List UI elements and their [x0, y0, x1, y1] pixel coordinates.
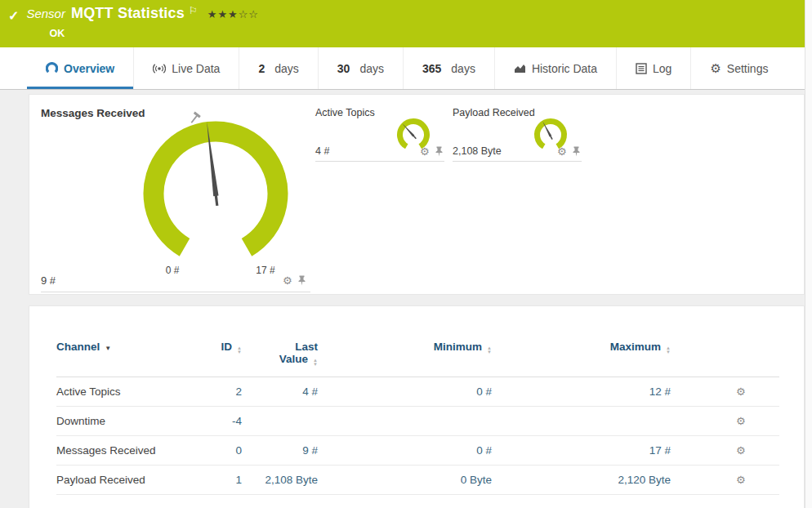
payload-received-value: 2,108 Byte: [453, 145, 502, 157]
scrollbar-track[interactable]: [805, 0, 812, 508]
active-topics-actions: ⚙: [420, 146, 443, 157]
channel-settings-gear-icon[interactable]: ⚙: [736, 415, 746, 427]
cell-id: -4: [187, 407, 242, 436]
cell-maximum: 17 #: [492, 436, 671, 466]
object-kind-label: Sensor: [26, 7, 65, 20]
cell-id: 0: [187, 436, 242, 466]
column-header-actions: [671, 329, 779, 377]
cell-minimum: 0 Byte: [318, 466, 492, 495]
log-list-icon: [636, 63, 647, 74]
cell-maximum: [492, 407, 671, 436]
primary-gauge-actions: ⚙: [283, 275, 306, 286]
tab-label: Settings: [727, 62, 769, 75]
sort-icon: ▲▼: [313, 359, 318, 367]
cell-channel: Payload Received: [56, 466, 187, 495]
gauge-scale-max: 17 #: [245, 265, 286, 276]
tab-2-days[interactable]: 2 days: [239, 47, 317, 89]
column-header-minimum[interactable]: Minimum▲▼: [318, 329, 492, 377]
overview-gauge-icon: [46, 62, 58, 74]
column-header-maximum[interactable]: Maximum▲▼: [492, 329, 671, 377]
column-header-last-value[interactable]: Last Value▲▼: [242, 329, 318, 377]
messages-received-gauge: [134, 109, 297, 273]
channel-settings-gear-icon[interactable]: ⚙: [736, 385, 746, 398]
sort-icon: ▲▼: [237, 346, 242, 354]
tab-label: days: [359, 62, 384, 75]
sensor-header: ✓ Sensor MQTT Statistics ⚐ ★★★☆☆ OK: [0, 0, 812, 47]
gear-icon[interactable]: ⚙: [283, 275, 292, 286]
column-header-channel[interactable]: Channel▼: [56, 329, 187, 377]
tab-label: Log: [653, 62, 671, 75]
status-ok-check-icon: ✓: [8, 8, 19, 24]
tab-overview[interactable]: Overview: [27, 47, 133, 89]
tab-number: 2: [258, 62, 265, 75]
cell-minimum: 0 #: [318, 377, 492, 407]
tab-label: days: [451, 62, 475, 75]
cell-channel: Active Topics: [56, 377, 187, 407]
sensor-status-badge: OK: [49, 28, 259, 39]
cell-last-value: 4 #: [242, 377, 318, 407]
divider: [315, 161, 444, 162]
primary-gauge-title: Messages Received: [41, 107, 145, 119]
pin-icon[interactable]: [435, 146, 443, 157]
tab-live-data[interactable]: Live Data: [133, 47, 239, 89]
flag-icon[interactable]: ⚐: [189, 5, 198, 16]
primary-gauge-value: 9 #: [41, 274, 56, 287]
tab-365-days[interactable]: 365 days: [403, 47, 494, 89]
priority-stars[interactable]: ★★★☆☆: [207, 8, 259, 20]
channels-panel: Channel▼ ID▲▼ Last Value▲▼ Minimum▲▼: [29, 305, 805, 508]
sort-icon: ▲▼: [666, 346, 671, 354]
divider: [453, 161, 582, 162]
tab-label: Historic Data: [532, 62, 597, 75]
content-area: Messages Received 0 # 17 # 9 # ⚙: [0, 90, 812, 508]
settings-gear-icon: ⚙: [710, 62, 721, 74]
tab-30-days[interactable]: 30 days: [318, 47, 403, 89]
table-row: Payload Received 1 2,108 Byte 0 Byte 2,1…: [56, 466, 779, 495]
gauge-needle: [401, 123, 417, 140]
table-row: Active Topics 2 4 # 0 # 12 # ⚙: [56, 377, 779, 407]
title-block: Sensor MQTT Statistics ⚐ ★★★☆☆ OK: [26, 5, 259, 39]
channel-settings-gear-icon[interactable]: ⚙: [736, 474, 746, 486]
table-row: Messages Received 0 9 # 0 # 17 # ⚙: [56, 436, 779, 466]
cell-maximum: 2,120 Byte: [492, 466, 671, 495]
cell-minimum: [318, 407, 492, 436]
gauges-panel: Messages Received 0 # 17 # 9 # ⚙: [29, 94, 805, 295]
gauge-scale-min: 0 #: [152, 265, 193, 276]
tab-label: Live Data: [172, 62, 220, 75]
tab-label: days: [274, 62, 299, 75]
cell-minimum: 0 #: [318, 436, 492, 466]
sort-active-icon: ▼: [105, 345, 111, 352]
column-header-id[interactable]: ID▲▼: [187, 329, 242, 377]
active-topics-title: Active Topics: [315, 107, 375, 118]
cell-channel: Messages Received: [56, 436, 187, 466]
cell-last-value: 2,108 Byte: [242, 466, 318, 495]
peak-marker-icon: [188, 112, 200, 125]
cell-maximum: 12 #: [492, 377, 671, 407]
tab-historic-data[interactable]: Historic Data: [494, 47, 616, 89]
payload-received-title: Payload Received: [453, 107, 535, 118]
tab-label: Overview: [64, 62, 114, 75]
tab-bar: Overview Live Data 2 days 30 days 365 da…: [0, 47, 812, 90]
divider: [41, 292, 310, 292]
table-header-row: Channel▼ ID▲▼ Last Value▲▼ Minimum▲▼: [56, 329, 779, 377]
sort-icon: ▲▼: [487, 346, 492, 354]
payload-received-actions: ⚙: [557, 146, 580, 157]
active-topics-value: 4 #: [315, 145, 329, 157]
tab-settings[interactable]: ⚙ Settings: [690, 47, 787, 89]
pin-icon[interactable]: [573, 146, 580, 157]
pin-icon[interactable]: [298, 275, 306, 286]
tab-number: 365: [422, 62, 441, 75]
page-title: MQTT Statistics: [71, 5, 185, 22]
channel-table: Channel▼ ID▲▼ Last Value▲▼ Minimum▲▼: [56, 329, 779, 495]
tab-log[interactable]: Log: [616, 47, 690, 89]
cell-id: 2: [187, 377, 242, 407]
cell-last-value: [242, 407, 318, 436]
live-data-broadcast-icon: [153, 63, 166, 74]
table-row: Downtime -4 ⚙: [56, 407, 779, 436]
tab-number: 30: [337, 62, 350, 75]
cell-last-value: 9 #: [242, 436, 318, 466]
channel-settings-gear-icon[interactable]: ⚙: [736, 444, 746, 457]
cell-channel: Downtime: [56, 407, 187, 436]
gear-icon[interactable]: ⚙: [420, 146, 430, 157]
historic-data-chart-icon: [514, 63, 526, 74]
gear-icon[interactable]: ⚙: [557, 146, 567, 157]
